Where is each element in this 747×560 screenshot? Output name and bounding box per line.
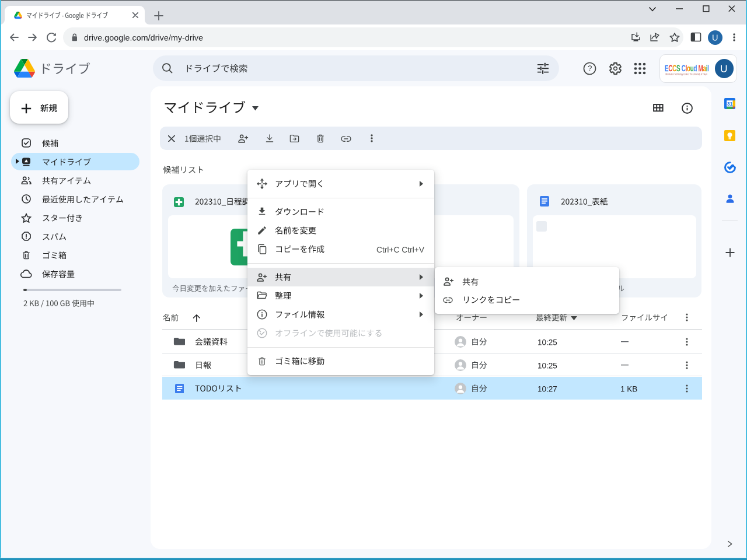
svg-text:31: 31 xyxy=(727,101,733,107)
